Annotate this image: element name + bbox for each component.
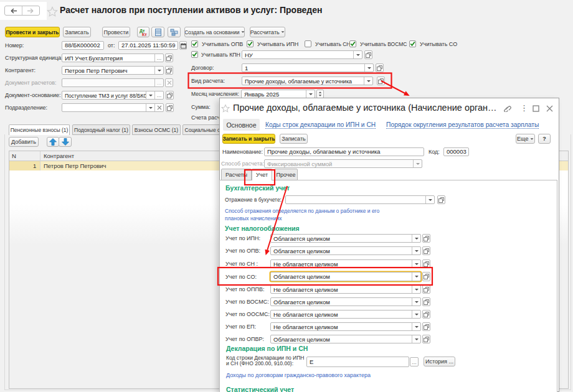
svg-text:Кт: Кт [142, 32, 147, 36]
